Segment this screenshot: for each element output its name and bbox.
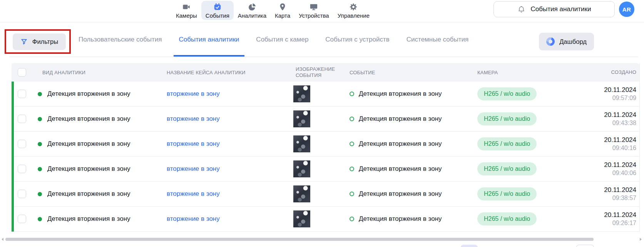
row-checkbox[interactable]	[18, 90, 26, 98]
tab-device-events[interactable]: События с устройств	[325, 22, 389, 57]
table-row[interactable]: Детекция вторжения в зону вторжение в зо…	[12, 107, 639, 132]
event-cell: Детекция вторжения в зону	[331, 115, 466, 123]
table-row[interactable]: Детекция вторжения в зону вторжение в зо…	[12, 207, 639, 232]
scroll-left-arrow-icon[interactable]	[2, 238, 3, 241]
created-date: 20.11.2024	[547, 211, 636, 219]
table-row[interactable]: Детекция вторжения в зону вторжение в зо…	[12, 182, 639, 207]
event-cell: Детекция вторжения в зону	[331, 165, 466, 173]
tab-analytics-events[interactable]: События аналитики	[179, 22, 239, 57]
created-date: 20.11.2024	[547, 186, 636, 194]
event-label: Детекция вторжения в зону	[359, 140, 442, 148]
dashboard-button-label: Дашборд	[559, 38, 587, 45]
event-thumbnail[interactable]	[293, 160, 310, 177]
nav-label: Управление	[338, 12, 370, 19]
table-row[interactable]: Детекция вторжения в зону вторжение в зо…	[12, 82, 639, 107]
event-image-cell	[269, 160, 331, 177]
nav-label: Аналитика	[238, 12, 266, 19]
camera-cell: H265 / w/o audio	[466, 187, 547, 200]
analytics-type-label: Детекция вторжения в зону	[47, 115, 130, 123]
pagination-page-button[interactable]	[461, 245, 478, 247]
row-checkbox-cell	[12, 215, 34, 223]
camera-badge[interactable]: H265 / w/o audio	[477, 212, 537, 225]
nav-label: Устройства	[299, 12, 329, 19]
dashboard-button[interactable]: Дашборд	[539, 33, 594, 50]
table-row[interactable]: Детекция вторжения в зону вторжение в зо…	[12, 157, 639, 182]
tabs-divider	[9, 57, 638, 57]
camera-badge[interactable]: H265 / w/o audio	[477, 162, 537, 175]
header-event-image: ИЗОБРАЖЕНИЕ СОБЫТИЯ	[269, 66, 331, 79]
header-case-name: НАЗВАНИЕ КЕЙСА АНАЛИТИКИ	[164, 70, 269, 75]
status-dot-icon	[38, 167, 42, 171]
row-checkbox[interactable]	[18, 190, 26, 198]
event-status-ring-icon	[350, 167, 354, 171]
event-thumbnail[interactable]	[293, 135, 310, 152]
nav-item-map[interactable]: Карта	[271, 1, 294, 20]
row-checkbox-cell	[12, 165, 34, 173]
event-thumbnail[interactable]	[293, 210, 310, 227]
nav-item-cameras[interactable]: Камеры	[172, 1, 201, 20]
row-checkbox[interactable]	[18, 215, 26, 223]
event-thumbnail[interactable]	[293, 185, 310, 202]
analytics-type-label: Детекция вторжения в зону	[47, 190, 130, 198]
analytics-type-label: Детекция вторжения в зону	[47, 90, 130, 98]
case-link[interactable]: вторжение в зону	[167, 215, 220, 222]
top-bar: Камеры События Аналитика Карта	[0, 0, 644, 22]
row-checkbox-cell	[12, 140, 34, 148]
nav-item-management[interactable]: Управление	[333, 1, 374, 20]
nav-label: Карта	[275, 12, 290, 19]
select-all-checkbox[interactable]	[18, 68, 26, 77]
camera-badge[interactable]: H265 / w/o audio	[477, 187, 537, 200]
nav-item-analytics[interactable]: Аналитика	[234, 1, 271, 20]
event-label: Детекция вторжения в зону	[359, 115, 442, 123]
created-time: 09:43:38	[547, 119, 636, 127]
tab-user-events[interactable]: Пользовательские события	[79, 22, 162, 57]
row-checkbox[interactable]	[18, 165, 26, 173]
header-created: СОЗДАНО	[547, 69, 639, 76]
created-date: 20.11.2024	[547, 161, 636, 169]
horizontal-scrollbar-thumb[interactable]	[5, 238, 594, 241]
event-cell: Детекция вторжения в зону	[331, 90, 466, 98]
analytics-type-cell: Детекция вторжения в зону	[34, 90, 164, 98]
analytics-events-notification-button[interactable]: События аналитики	[493, 1, 615, 17]
monitor-icon	[309, 3, 318, 11]
tab-camera-events[interactable]: События с камер	[256, 22, 308, 57]
header-event: СОБЫТИЕ	[331, 70, 466, 75]
user-avatar[interactable]: AR	[619, 2, 634, 17]
row-checkbox[interactable]	[18, 115, 26, 123]
nav-item-events[interactable]: События	[201, 1, 234, 20]
case-link[interactable]: вторжение в зону	[167, 190, 220, 197]
camera-badge[interactable]: H265 / w/o audio	[477, 137, 537, 150]
created-date: 20.11.2024	[547, 136, 636, 144]
table-header-row: ВИД АНАЛИТИКИ НАЗВАНИЕ КЕЙСА АНАЛИТИКИ И…	[12, 63, 639, 82]
row-checkbox[interactable]	[18, 140, 26, 148]
camera-badge[interactable]: H265 / w/o audio	[477, 87, 537, 100]
pagination-page-size-button[interactable]	[576, 245, 594, 247]
event-label: Детекция вторжения в зону	[359, 215, 442, 223]
event-label: Детекция вторжения в зону	[359, 190, 442, 198]
case-link[interactable]: вторжение в зону	[167, 90, 220, 97]
camera-badge[interactable]: H265 / w/o audio	[477, 112, 537, 125]
status-dot-icon	[38, 192, 42, 196]
event-image-cell	[269, 85, 331, 102]
header-analytics-type: ВИД АНАЛИТИКИ	[34, 70, 164, 75]
case-name-cell: вторжение в зону	[164, 140, 269, 148]
main-nav: Камеры События Аналитика Карта	[172, 1, 374, 20]
event-thumbnail[interactable]	[293, 85, 310, 102]
map-pin-icon	[278, 3, 287, 11]
case-link[interactable]: вторжение в зону	[167, 140, 220, 147]
created-cell: 20.11.2024 09:43:38	[547, 111, 639, 127]
funnel-icon	[20, 38, 28, 45]
camera-cell: H265 / w/o audio	[466, 112, 547, 125]
nav-item-devices[interactable]: Устройства	[294, 1, 333, 20]
camera-cell: H265 / w/o audio	[466, 137, 547, 150]
table-row[interactable]: Детекция вторжения в зону вторжение в зо…	[12, 132, 639, 157]
tab-system-events[interactable]: Системные события	[406, 22, 468, 57]
horizontal-scrollbar[interactable]	[0, 237, 644, 242]
event-label: Детекция вторжения в зону	[359, 165, 442, 173]
case-link[interactable]: вторжение в зону	[167, 115, 220, 122]
case-link[interactable]: вторжение в зону	[167, 165, 220, 172]
status-dot-icon	[38, 92, 42, 96]
filters-button[interactable]: Фильтры	[13, 33, 66, 50]
scroll-right-arrow-icon[interactable]	[640, 238, 642, 241]
event-thumbnail[interactable]	[293, 110, 310, 127]
